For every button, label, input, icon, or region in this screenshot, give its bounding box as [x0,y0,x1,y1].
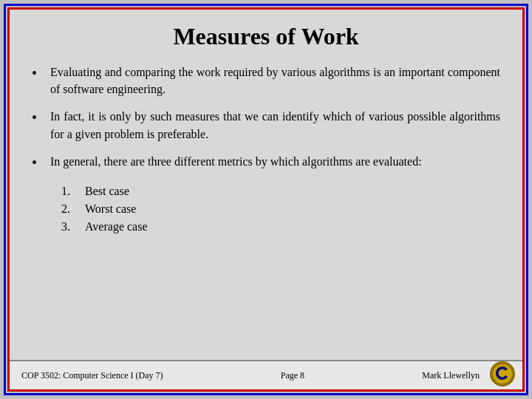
bullet-dot-3: • [32,154,37,171]
bullet-text-3: In general, there are three different me… [50,153,422,170]
footer-left: COP 3502: Computer Science I (Day 7) [21,370,163,381]
footer-logo [490,361,515,386]
numbered-list: 1. Best case 2. Worst case 3. Average ca… [61,185,500,238]
numbered-item-1: 1. Best case [61,185,500,198]
slide-title: Measures of Work [32,23,500,50]
bullet-text-1: Evaluating and comparing the work requir… [50,64,500,98]
footer-right: Mark Llewellyn [422,370,480,381]
slide-footer: COP 3502: Computer Science I (Day 7) Pag… [10,360,522,389]
bullet-item-3: • In general, there are three different … [32,153,500,171]
logo-circle [490,361,515,386]
numbered-label-3: 3. [61,220,76,233]
bullet-dot-1: • [32,65,37,82]
slide-content: Measures of Work • Evaluating and compar… [10,10,522,360]
logo-svg [491,363,514,385]
numbered-text-1: Best case [85,185,129,198]
bullet-item-2: • In fact, it is only by such measures t… [32,108,500,142]
numbered-item-3: 3. Average case [61,220,500,233]
numbered-label-1: 1. [61,185,76,198]
bullet-text-2: In fact, it is only by such measures tha… [50,108,500,142]
numbered-text-3: Average case [85,220,148,233]
numbered-label-2: 2. [61,202,76,216]
footer-center: Page 8 [281,370,304,381]
slide: Measures of Work • Evaluating and compar… [7,7,525,392]
bullet-dot-2: • [32,109,37,126]
numbered-text-2: Worst case [85,202,136,216]
bullet-item-1: • Evaluating and comparing the work requ… [32,64,500,98]
numbered-item-2: 2. Worst case [61,202,500,216]
